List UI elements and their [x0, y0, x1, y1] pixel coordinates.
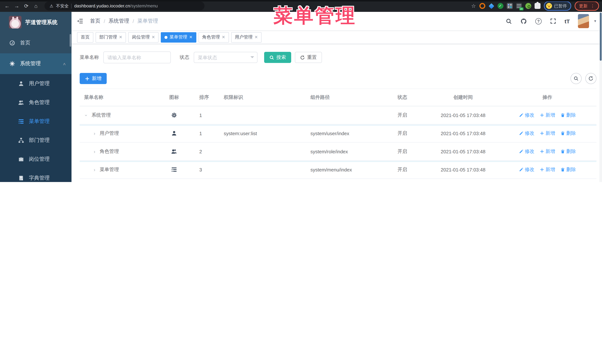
sidebar: 芋道管理系统 首页系统管理∧用户管理角色管理菜单管理部门管理岗位管理字典管理通知…	[0, 12, 72, 182]
sidebar-item-4[interactable]: 菜单管理	[0, 112, 72, 131]
tab-5[interactable]: 用户管理✕	[231, 32, 262, 42]
browser-home-button[interactable]: ⌂	[32, 2, 40, 10]
delete-action[interactable]: 删除	[560, 166, 576, 173]
sidebar-item-6[interactable]: 岗位管理	[0, 150, 72, 168]
refresh-button[interactable]	[585, 73, 596, 84]
add-action[interactable]: 新增	[540, 166, 555, 173]
browser-forward-button[interactable]: →	[13, 2, 21, 10]
sidebar-logo[interactable]: 芋道管理系统	[0, 12, 72, 32]
delete-action[interactable]: 删除	[560, 148, 576, 155]
tab-1[interactable]: 部门管理✕	[96, 32, 126, 42]
users-icon	[171, 149, 177, 155]
table-row-0: ›系统管理1开启2021-01-05 17:03:48修改新增删除	[80, 106, 596, 124]
col-header-1: 图标	[163, 89, 185, 106]
status-value: 开启	[391, 142, 428, 161]
add-action[interactable]: 新增	[540, 112, 555, 118]
tab-3[interactable]: 菜单管理✕	[161, 32, 196, 42]
profile-paused-badge[interactable]: 已暂停	[544, 1, 571, 11]
extension-server-icon[interactable]: on	[516, 3, 522, 9]
menu-name-input[interactable]	[103, 52, 171, 63]
sidebar-item-2[interactable]: 用户管理	[0, 74, 72, 93]
delete-action[interactable]: 删除	[560, 112, 576, 118]
chevron-down-icon[interactable]: ▼	[593, 19, 597, 23]
edit-action[interactable]: 修改	[519, 166, 534, 173]
sidebar-scrollbar[interactable]	[70, 34, 71, 47]
breadcrumb-system[interactable]: 系统管理	[108, 18, 129, 24]
add-action-icon	[540, 149, 544, 154]
browser-menu-icon[interactable]: ⋮	[591, 3, 595, 8]
close-icon[interactable]: ✕	[222, 35, 225, 40]
sidebar-item-1[interactable]: 系统管理∧	[0, 53, 72, 74]
breadcrumb: 首页 / 系统管理 / 菜单管理	[90, 18, 158, 24]
font-size-icon[interactable]: tT	[565, 18, 570, 24]
delete-action[interactable]: 删除	[560, 130, 576, 137]
extension-gem-icon[interactable]	[488, 3, 494, 9]
github-icon[interactable]	[520, 18, 527, 24]
collapse-row-icon[interactable]: ›	[84, 113, 89, 117]
gear-icon	[9, 61, 15, 67]
tree-icon	[18, 137, 24, 143]
expand-row-icon[interactable]: ›	[92, 167, 97, 172]
gear-icon	[171, 112, 177, 118]
extension-check-icon[interactable]: ✓	[497, 3, 503, 9]
table-tools	[570, 73, 596, 84]
close-icon[interactable]: ✕	[151, 35, 155, 40]
sidebar-item-0[interactable]: 首页	[0, 32, 72, 53]
tree-table-icon	[18, 118, 24, 125]
status-value: 开启	[391, 106, 428, 124]
search-icon[interactable]	[506, 18, 512, 24]
table-body: ›系统管理1开启2021-01-05 17:03:48修改新增删除›用户管理1s…	[80, 106, 596, 182]
window-scrollbar[interactable]	[599, 12, 602, 182]
extension-orange-icon[interactable]	[479, 3, 485, 9]
tab-4[interactable]: 角色管理✕	[198, 32, 229, 42]
browser-back-button[interactable]: ←	[3, 2, 11, 10]
close-icon[interactable]: ✕	[119, 35, 122, 40]
col-header-3: 权限标识	[215, 89, 300, 106]
search-button[interactable]: 搜索	[264, 52, 291, 63]
status-select[interactable]	[194, 52, 258, 63]
expand-row-icon[interactable]: ›	[92, 149, 97, 154]
delete-action-icon	[560, 113, 565, 117]
add-action[interactable]: 新增	[540, 130, 555, 137]
status-value: 开启	[391, 124, 428, 142]
close-icon[interactable]: ✕	[255, 35, 258, 40]
status-value: 开启	[391, 161, 428, 179]
help-icon[interactable]: ?	[535, 18, 542, 24]
add-action[interactable]: 新增	[540, 148, 555, 155]
dict-icon	[18, 175, 24, 181]
browser-reload-button[interactable]: ⟳	[22, 2, 30, 10]
sidebar-item-3[interactable]: 角色管理	[0, 93, 72, 112]
breadcrumb-home[interactable]: 首页	[90, 18, 100, 24]
close-icon[interactable]: ✕	[189, 35, 193, 40]
extensions-puzzle-icon[interactable]	[534, 3, 540, 9]
browser-update-button[interactable]: 更新 ⋮	[575, 1, 599, 11]
user-avatar[interactable]	[578, 14, 589, 28]
delete-action-icon	[560, 167, 565, 172]
app-title: 芋道管理系统	[25, 19, 57, 26]
menu-name-label: 菜单名称	[80, 54, 99, 61]
browser-address-bar[interactable]: ⚠ 不安全 dashboard.yudao.iocoder.cn/system/…	[44, 1, 204, 10]
page-url: dashboard.yudao.iocoder.cn/system/menu	[74, 3, 158, 9]
sidebar-item-5[interactable]: 部门管理	[0, 131, 72, 150]
sidebar-item-7[interactable]: 字典管理	[0, 168, 72, 182]
user-icon	[171, 131, 177, 136]
col-header-7: 操作	[498, 89, 596, 106]
add-button[interactable]: 新增	[80, 73, 107, 84]
header-actions: ? tT ▼	[506, 14, 597, 28]
status-select-input[interactable]	[194, 52, 258, 63]
bookmark-star-icon[interactable]: ☆	[471, 3, 476, 9]
edit-action[interactable]: 修改	[519, 112, 534, 118]
expand-row-icon[interactable]: ›	[92, 131, 97, 136]
collapse-sidebar-icon[interactable]	[77, 17, 84, 25]
edit-action[interactable]: 修改	[519, 130, 534, 137]
tab-2[interactable]: 岗位管理✕	[128, 32, 159, 42]
extension-key-icon[interactable]	[525, 3, 531, 9]
edit-action[interactable]: 修改	[519, 148, 534, 155]
tree-table-icon	[171, 167, 177, 173]
extension-grid-icon[interactable]	[507, 3, 513, 9]
toggle-search-button[interactable]	[570, 73, 582, 84]
reset-button[interactable]: 重置	[295, 52, 322, 63]
reset-button-icon	[300, 55, 305, 60]
tab-0[interactable]: 首页	[77, 32, 93, 42]
fullscreen-icon[interactable]	[550, 18, 556, 24]
